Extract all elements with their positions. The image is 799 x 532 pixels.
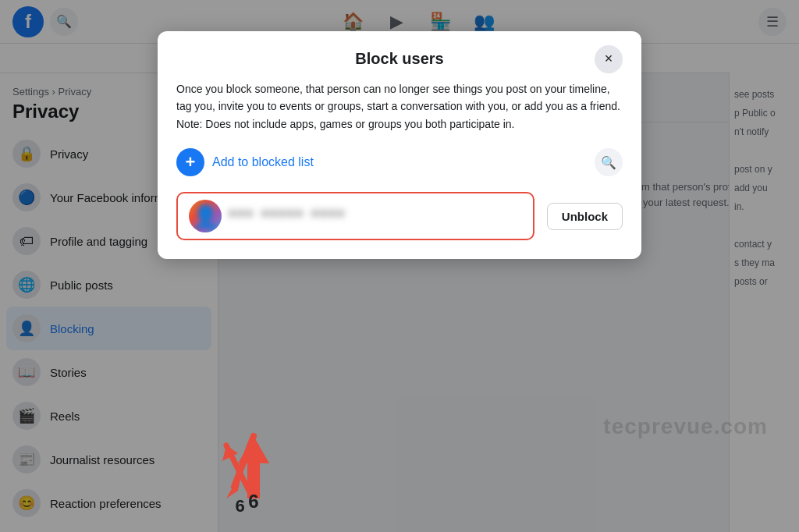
blocked-user-info: 👤 *** ***** **** xyxy=(176,192,534,240)
modal-title: Block users xyxy=(355,50,443,68)
search-icon[interactable]: 🔍 xyxy=(595,148,623,176)
add-blocked-label: Add to blocked list xyxy=(212,155,314,169)
blocked-user-name: *** ***** **** xyxy=(229,208,346,225)
modal-overlay[interactable]: Block users × Once you block someone, th… xyxy=(0,0,799,532)
blocked-user-row: 👤 *** ***** **** Unblock xyxy=(176,192,623,240)
modal-close-button[interactable]: × xyxy=(595,45,623,73)
modal-header: Block users × xyxy=(176,50,623,68)
unblock-button[interactable]: Unblock xyxy=(547,203,623,230)
step-number: 6 xyxy=(235,496,244,516)
avatar: 👤 xyxy=(189,200,222,232)
block-users-modal: Block users × Once you block someone, th… xyxy=(158,31,641,259)
red-arrow-annotation: 6 xyxy=(218,438,261,516)
red-arrow-icon xyxy=(218,438,261,500)
add-to-blocked-list-button[interactable]: + Add to blocked list 🔍 xyxy=(176,148,623,176)
modal-body-text: Once you block someone, that person can … xyxy=(176,80,623,133)
add-icon: + xyxy=(176,148,204,176)
